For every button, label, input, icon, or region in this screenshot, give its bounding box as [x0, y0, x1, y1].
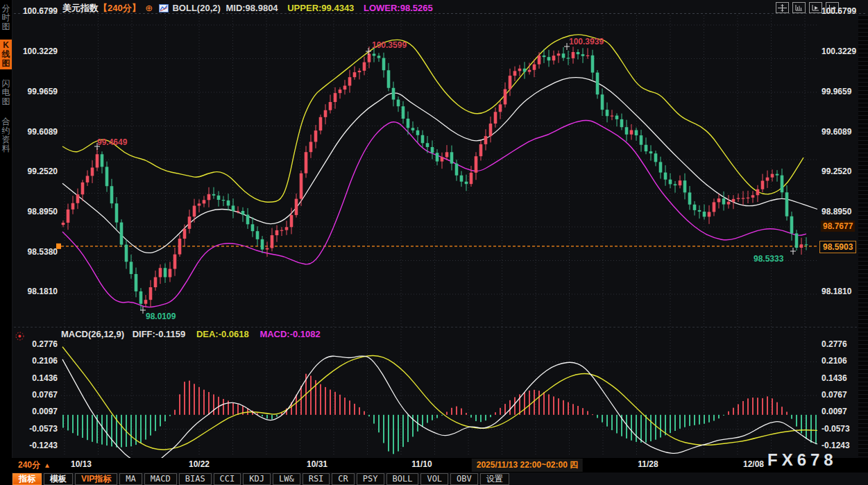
macd-axis-label: -0.0573 [15, 424, 58, 434]
price-annotation: 99.4649 [97, 137, 127, 147]
toolbar-item-2[interactable]: VIP指标 [75, 473, 117, 485]
price-axis-label: 99.6089 [822, 127, 865, 137]
macd-axis-label: 0.0097 [822, 407, 865, 416]
highlighted-date-label: 2025/11/13 22:00~02:00 四 [472, 459, 583, 472]
macd-macd-value: MACD:-0.1082 [259, 329, 320, 339]
macd-axis-label: 0.1436 [822, 373, 865, 383]
price-axis-label: 99.2520 [15, 167, 58, 176]
price-annotation: 100.3939 [569, 37, 604, 46]
price-axis-label: 99.6089 [15, 127, 58, 137]
last-price-badge: 98.5903 [819, 241, 856, 253]
macd-axis-label: 0.2776 [15, 339, 58, 349]
toolbar-item-0[interactable]: 指标 [12, 473, 42, 485]
brand-watermark: FX678 [767, 450, 837, 470]
macd-dea-value: DEA:-0.0618 [196, 329, 249, 339]
macd-axis-label: -0.0573 [822, 424, 865, 434]
toolbar-item-3[interactable]: MA [119, 473, 142, 485]
macd-axis-label: 0.1436 [15, 373, 58, 383]
sidebar-item-time-chart[interactable]: 分时图 [0, 3, 12, 33]
toolbar-item-14[interactable]: OBV [450, 473, 478, 485]
macd-axis-label: 0.2106 [15, 356, 58, 366]
macd-settings-label: MACD(26,12,9) [61, 329, 124, 339]
toolbar-item-15[interactable]: 设置 [480, 473, 509, 485]
sidebar-item-contract-info[interactable]: 合约资料 [0, 116, 12, 155]
price-axis-label: 99.9659 [822, 87, 865, 96]
left-sidebar: 分时图 K线图 闪电图 合约资料 [0, 0, 12, 485]
macd-axis-label: 0.2106 [822, 356, 865, 366]
x-axis-date-label: 11/10 [401, 459, 443, 469]
price-axis-label: 98.1810 [15, 287, 58, 296]
sidebar-item-kline-chart[interactable]: K线图 [0, 40, 12, 69]
period-label: 【240分】 [99, 3, 141, 13]
macd-axis-label: -0.1243 [15, 441, 58, 450]
symbol-name: 美元指数 [62, 3, 99, 13]
sidebar-item-flash-chart[interactable]: 闪电图 [0, 78, 12, 108]
macd-axis-label: 0.0767 [15, 390, 58, 400]
price-axis-label: 98.5380 [15, 247, 58, 257]
macd-axis-label: 0.0767 [822, 390, 865, 400]
toolbar-item-11[interactable]: PSY [357, 473, 384, 485]
price-axis-label: 100.6799 [15, 6, 58, 16]
macd-axis-label: -0.1243 [822, 441, 865, 450]
toolbar-item-6[interactable]: CCI [214, 473, 241, 485]
boll-mid-value: MID:98.9804 [225, 3, 278, 13]
chart-header: 美元指数【240分】 ⊕ BOLL(20,2) MID:98.9804 UPPE… [62, 2, 433, 15]
crosshair-icon[interactable] [776, 2, 789, 13]
x-axis-date-label: 12/08 [733, 459, 774, 469]
price-annotation: 98.0109 [146, 312, 176, 321]
toolbar-item-13[interactable]: VOL [420, 473, 448, 485]
x-axis-date-label: 10/22 [178, 459, 220, 469]
price-axis-label: 98.8950 [822, 207, 865, 216]
price-annotation: 98.5333 [754, 254, 783, 264]
price-axis-label: 98.1810 [822, 287, 865, 296]
toolbar-item-8[interactable]: LW& [273, 473, 300, 485]
candlestick-macd-canvas[interactable] [0, 0, 868, 485]
indicator-toolbar: 指标模板VIP指标MAMACDBIASCCIKDJLW&RSICRPSYBOLL… [12, 473, 509, 485]
period-selector[interactable]: 240分▲ [18, 459, 51, 471]
mini-chart-icon[interactable] [159, 4, 169, 15]
period-arrow-icon: ▲ [44, 461, 51, 469]
price-axis-label: 100.6799 [822, 6, 865, 16]
boll-upper-value: UPPER:99.4343 [287, 3, 354, 13]
chart-application: 分时图 K线图 闪电图 合约资料 美元指数【240分】 ⊕ BOLL(20,2)… [0, 0, 868, 485]
toolbar-item-7[interactable]: KDJ [243, 473, 271, 485]
x-axis-date-label: 10/13 [60, 459, 102, 469]
pane-chart-icon[interactable] [792, 2, 806, 13]
price-axis-label: 99.9659 [15, 87, 58, 96]
boll-lower-value: LOWER:98.5265 [364, 3, 433, 13]
toolbar-item-5[interactable]: BIAS [179, 473, 212, 485]
price-axis-label: 99.2520 [822, 167, 865, 176]
toolbar-item-4[interactable]: MACD [144, 473, 177, 485]
price-axis-label: 98.8950 [15, 207, 58, 216]
toolbar-item-1[interactable]: 模板 [44, 473, 73, 485]
toolbar-item-10[interactable]: CR [332, 473, 354, 485]
x-axis-date-label: 11/28 [627, 459, 669, 469]
macd-axis-label: 0.0097 [15, 407, 58, 416]
toolbar-item-12[interactable]: BOLL [386, 473, 419, 485]
pane-play-icon[interactable] [809, 2, 822, 13]
macd-header: MACD(26,12,9) DIFF:-0.1159 DEA:-0.0618 M… [61, 329, 321, 339]
macd-axis-label: 0.2776 [822, 339, 865, 349]
price-axis-label: 100.3229 [15, 46, 58, 56]
add-indicator-icon[interactable]: ⊕ [145, 3, 153, 13]
boll-settings-label: BOLL(20,2) [172, 3, 220, 13]
prev-close-badge: 98.7677 [821, 221, 855, 232]
macd-diff-value: DIFF:-0.1159 [133, 329, 186, 339]
toolbar-item-9[interactable]: RSI [303, 473, 330, 485]
price-axis-label: 100.3229 [822, 46, 865, 56]
x-axis-date-label: 10/31 [296, 459, 338, 469]
price-annotation: 100.3599 [372, 40, 407, 50]
